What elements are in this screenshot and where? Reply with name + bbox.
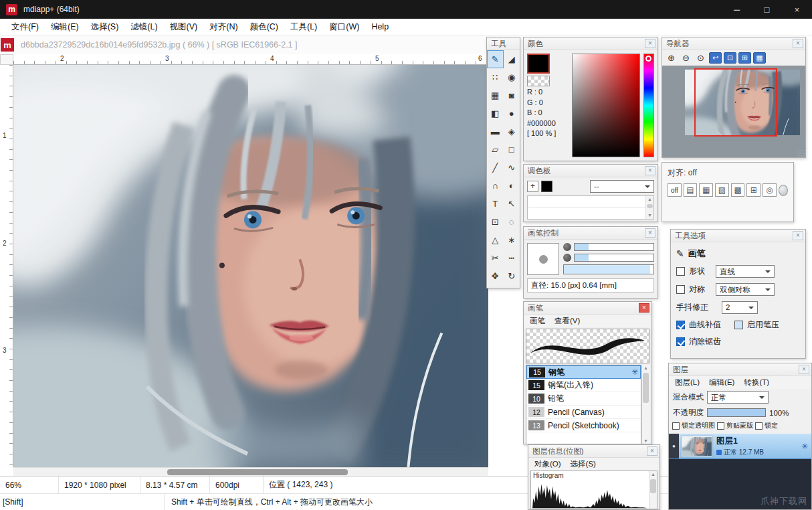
bucket-tool[interactable]: ◙ — [504, 86, 520, 104]
clip-mask-checkbox[interactable] — [717, 422, 724, 430]
brush-control-close-icon[interactable]: × — [645, 228, 655, 238]
palette-set-dropdown[interactable]: -- — [590, 180, 654, 193]
navigator-view-rect[interactable] — [694, 68, 777, 137]
layers-menu-layer[interactable]: 图层(L) — [670, 377, 704, 388]
snap-diagonal-icon[interactable]: ▨ — [715, 183, 729, 197]
knife-tool[interactable]: ✂ — [487, 249, 504, 267]
menu-snap[interactable]: 对齐(N) — [203, 19, 243, 35]
grid-toggle-icon[interactable]: ▦ — [753, 52, 766, 64]
text-tool[interactable]: T — [487, 195, 504, 213]
tone-tool[interactable]: ▦ — [487, 86, 504, 104]
layers-panel-title[interactable]: 图层 × — [669, 363, 811, 376]
symmetry-dropdown[interactable]: 双侧对称 — [716, 283, 775, 296]
stabilizer-dropdown[interactable]: 2 — [722, 301, 758, 314]
brush-settings-icon[interactable]: ✳ — [631, 367, 638, 377]
brush-list-item[interactable]: 12 Pencil (Canvas) — [526, 406, 641, 419]
scroll-up-icon[interactable]: ▲ — [643, 365, 648, 371]
tool-options-close-icon[interactable]: × — [793, 231, 803, 240]
stamp-tool[interactable]: ◉ — [504, 68, 520, 86]
airbrush-tool[interactable]: ◈ — [504, 122, 520, 141]
menu-help[interactable]: Help — [365, 20, 395, 33]
hand-tool[interactable]: ✥ — [487, 267, 504, 285]
color-panel-close-icon[interactable]: × — [645, 39, 655, 48]
layer-info-menu-object[interactable]: 对象(O) — [530, 459, 566, 469]
view-back-icon[interactable]: ↩ — [709, 52, 722, 64]
brush-size-slider[interactable] — [574, 243, 654, 251]
navigator-close-icon[interactable]: × — [793, 39, 803, 48]
rect-tool[interactable]: □ — [504, 141, 520, 159]
brush-menu-brush[interactable]: 画笔 — [525, 316, 550, 326]
scrollbar-thumb[interactable] — [643, 373, 649, 403]
lock-checkbox[interactable] — [755, 422, 763, 430]
scroll-down-icon[interactable]: ▼ — [643, 438, 648, 444]
navigator-thumbnail-area[interactable] — [662, 66, 805, 157]
tools-panel-title[interactable]: 工具 — [487, 37, 520, 50]
canvas-artwork[interactable] — [13, 65, 488, 467]
brush-opacity-knob[interactable] — [563, 254, 571, 262]
layer-info-scrollbar[interactable]: ▲ — [649, 471, 657, 509]
brush-panel-title[interactable]: 画笔 × — [524, 302, 651, 315]
symmetry-checkbox[interactable] — [676, 285, 685, 294]
hscrollbar-thumb[interactable] — [167, 469, 348, 475]
layer-info-panel-title[interactable]: 图层信息(位图) × — [528, 445, 659, 458]
window-titlebar[interactable]: m mdiapp+ (64bit) ─ □ × — [0, 0, 812, 19]
palette-add-button[interactable]: + — [527, 181, 538, 192]
layers-close-icon[interactable]: × — [799, 365, 809, 374]
measure-tool[interactable]: ┅ — [504, 249, 520, 267]
curve-tool[interactable]: ∿ — [504, 159, 520, 177]
menu-color[interactable]: 颜色(C) — [244, 19, 284, 35]
shape-checkbox[interactable] — [676, 267, 685, 276]
brush-diameter-slider[interactable] — [563, 264, 654, 274]
menu-edit[interactable]: 编辑(E) — [45, 19, 85, 35]
rect-select-tool[interactable]: ⊡ — [487, 213, 504, 231]
antialias-checkbox[interactable] — [676, 337, 685, 346]
scrollbar-thumb[interactable] — [650, 479, 656, 493]
saturation-value-picker[interactable] — [572, 54, 640, 157]
line-tool[interactable]: ╱ — [487, 159, 504, 177]
color-panel-title[interactable]: 颜色 × — [524, 37, 657, 50]
shape-dropdown[interactable]: 直线 — [716, 265, 775, 278]
canvas-hscrollbar[interactable] — [13, 467, 488, 476]
brush-panel-close-icon[interactable]: × — [639, 303, 649, 313]
foreground-color-swatch[interactable] — [527, 54, 550, 74]
brush-menu-view[interactable]: 查看(V) — [550, 316, 585, 326]
scroll-up-icon[interactable]: ▲ — [651, 471, 655, 478]
binary-pen-tool[interactable]: ∷ — [487, 68, 504, 86]
maximize-button[interactable]: □ — [752, 0, 782, 19]
select-arrow-tool[interactable]: ↖ — [504, 195, 520, 213]
palette-panel-close-icon[interactable]: × — [645, 166, 655, 175]
hue-slider-marker[interactable] — [645, 56, 651, 62]
snap-grid-icon[interactable]: ▦ — [699, 183, 713, 197]
layer-settings-icon[interactable]: ✳ — [801, 442, 808, 451]
magic-wand-tool[interactable]: ∗ — [504, 231, 520, 249]
menu-tools[interactable]: 工具(L) — [284, 19, 323, 35]
eraser-tool[interactable]: ◢ — [504, 50, 520, 68]
tool-options-title[interactable]: 工具选项 × — [671, 230, 805, 242]
palette-current-swatch[interactable] — [541, 181, 552, 192]
close-button[interactable]: × — [782, 0, 812, 19]
rotate-view-tool[interactable]: ↻ — [504, 267, 520, 285]
magnet-tool[interactable]: ∩ — [487, 177, 504, 195]
brush-opacity-slider[interactable] — [574, 254, 654, 262]
snap-off-button[interactable]: off — [668, 183, 682, 197]
halftone-tool[interactable]: ◐ — [504, 177, 520, 195]
brush-list-item[interactable]: 10 铅笔 — [526, 392, 641, 406]
scroll-up-icon[interactable]: ▲ — [647, 196, 652, 203]
polygon-tool[interactable]: ▬ — [487, 122, 504, 141]
snap-parallel-icon[interactable]: ▤ — [684, 183, 698, 197]
lock-alpha-checkbox[interactable] — [672, 422, 680, 430]
blend-mode-dropdown[interactable]: 正常 — [707, 391, 769, 404]
brush-list-item[interactable]: 15 钢笔(出入锋) — [526, 379, 641, 392]
pen-tool[interactable]: ✎ — [487, 50, 504, 68]
fit-view-icon[interactable]: ⊡ — [724, 52, 736, 64]
ellipse-tool[interactable]: ● — [504, 104, 520, 122]
resize-grip-icon[interactable] — [797, 149, 805, 157]
menu-view[interactable]: 视图(V) — [164, 19, 204, 35]
pressure-checkbox[interactable] — [734, 321, 743, 329]
hue-slider[interactable] — [643, 54, 654, 157]
interpolation-checkbox[interactable] — [676, 321, 685, 329]
layer-info-close-icon[interactable]: × — [647, 446, 657, 456]
poly-select-tool[interactable]: △ — [487, 231, 504, 249]
zoom-reset-icon[interactable]: ⊙ — [694, 52, 707, 64]
palette-panel-title[interactable]: 调色板 × — [524, 165, 657, 177]
